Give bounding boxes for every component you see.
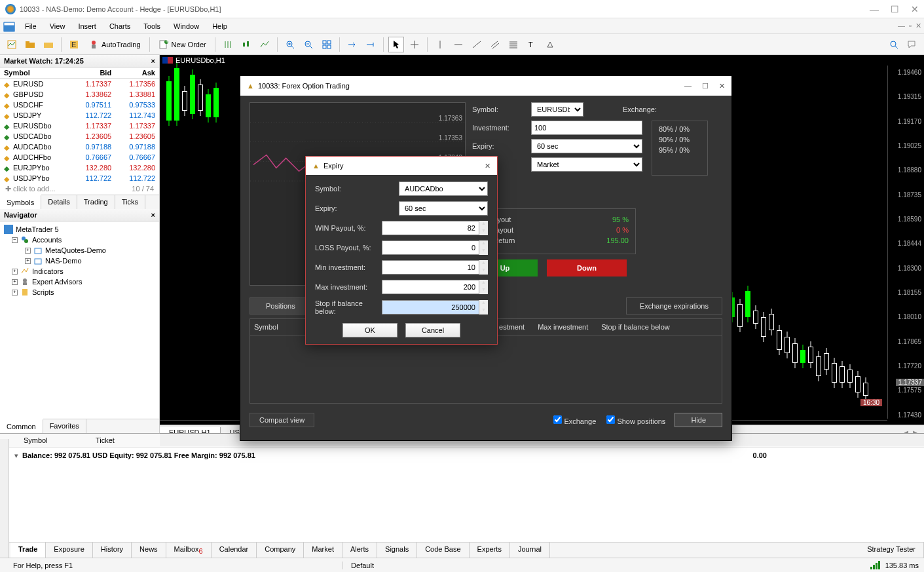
compact-view-button[interactable]: Compact view xyxy=(249,413,314,427)
hline-icon[interactable] xyxy=(451,37,466,52)
spin-down-icon[interactable]: ▼ xyxy=(479,248,488,255)
exp-win-input[interactable] xyxy=(382,221,488,235)
tb-tab-news[interactable]: News xyxy=(132,543,166,558)
fot-exch-row[interactable]: 80% / 0% xyxy=(659,125,701,133)
spin-down-icon[interactable]: ▼ xyxy=(479,228,488,235)
mw-row[interactable]: ◆USDCHF 0.97511 0.97533 xyxy=(0,100,159,110)
open-icon[interactable] xyxy=(41,37,56,52)
spin-up-icon[interactable]: ▲ xyxy=(479,260,488,267)
nav-acc-nas[interactable]: +NAS-Demo xyxy=(3,256,157,266)
spin-down-icon[interactable]: ▼ xyxy=(479,267,488,275)
market-watch-close-icon[interactable]: × xyxy=(151,57,155,65)
shift-icon[interactable] xyxy=(344,37,360,52)
search-icon[interactable] xyxy=(886,37,902,52)
tab-ticks[interactable]: Ticks xyxy=(115,195,145,209)
tb-strategy-tester[interactable]: Strategy Tester xyxy=(859,543,924,558)
trendline-icon[interactable] xyxy=(469,37,485,52)
nav-experts[interactable]: +Expert Advisors xyxy=(3,276,157,287)
tb-tab-alerts[interactable]: Alerts xyxy=(342,543,377,558)
tab-trading[interactable]: Trading xyxy=(77,195,115,209)
close-button[interactable]: ✕ xyxy=(911,4,919,14)
mw-row[interactable]: ◆GBPUSD 1.33862 1.33881 xyxy=(0,89,159,100)
exp-expiry-select[interactable]: 60 sec xyxy=(399,201,488,216)
fot-titlebar[interactable]: ▲ 10033: Forex Option Trading — ☐ ✕ xyxy=(240,76,731,96)
tb-tab-mailbox[interactable]: Mailbox6 xyxy=(166,543,212,558)
mw-row[interactable]: ◆USDCADbo 1.23605 1.23605 xyxy=(0,131,159,142)
candle-chart-icon[interactable] xyxy=(238,37,254,52)
spin-up-icon[interactable]: ▲ xyxy=(479,221,488,228)
spin-down-icon[interactable]: ▼ xyxy=(479,307,488,315)
ok-button[interactable]: OK xyxy=(342,323,397,337)
menu-help[interactable]: Help xyxy=(206,20,234,33)
exp-stop-input[interactable] xyxy=(382,300,488,315)
exp-loss-input[interactable] xyxy=(382,240,488,255)
expiry-close-icon[interactable]: ✕ xyxy=(485,162,490,170)
menu-file[interactable]: File xyxy=(18,20,43,33)
tb-tab-experts[interactable]: Experts xyxy=(470,543,510,558)
tb-tab-codebase[interactable]: Code Base xyxy=(417,543,469,558)
cursor-icon[interactable] xyxy=(388,37,404,52)
autotrading-button[interactable]: AutoTrading xyxy=(84,39,145,50)
tab-symbols[interactable]: Symbols xyxy=(0,195,41,209)
tb-tab-journal[interactable]: Journal xyxy=(510,543,550,558)
tile-icon[interactable] xyxy=(319,37,335,52)
spin-up-icon[interactable]: ▲ xyxy=(479,280,488,287)
tb-tab-history[interactable]: History xyxy=(93,543,132,558)
nav-scripts[interactable]: +Scripts xyxy=(3,287,157,297)
mw-col-ask[interactable]: Ask xyxy=(115,67,159,79)
nav-accounts[interactable]: −Accounts xyxy=(3,235,157,245)
fibo-icon[interactable] xyxy=(506,37,521,52)
down-button[interactable]: Down xyxy=(547,259,627,276)
nav-root[interactable]: MetaTrader 5 xyxy=(3,224,157,235)
grid-col[interactable]: Stop if balance below xyxy=(601,323,670,331)
mw-row[interactable]: ◆AUDCADbo 0.97188 0.97188 xyxy=(0,142,159,152)
mw-col-bid[interactable]: Bid xyxy=(71,67,115,79)
expiry-titlebar[interactable]: ▲ Expiry ✕ xyxy=(306,157,497,175)
tbx-col[interactable]: Ticket xyxy=(90,434,156,447)
chat-icon[interactable] xyxy=(904,37,920,52)
objects-icon[interactable] xyxy=(542,37,558,52)
hide-button[interactable]: Hide xyxy=(675,413,722,427)
fot-maximize-icon[interactable]: ☐ xyxy=(702,82,709,90)
fot-investment-input[interactable] xyxy=(531,121,642,135)
mw-row[interactable]: ◆EURUSD 1.17337 1.17356 xyxy=(0,79,159,90)
nav-acc-mq[interactable]: +MetaQuotes-Demo xyxy=(3,245,157,256)
navigator-close-icon[interactable]: × xyxy=(151,211,155,219)
exp-min-input[interactable] xyxy=(382,260,488,275)
fot-symbol-select[interactable]: EURUSDbo xyxy=(531,102,583,117)
mw-add[interactable]: click to add... xyxy=(13,185,55,193)
mw-row[interactable]: ◆EURJPYbo 132.280 132.280 xyxy=(0,162,159,173)
tb-tab-market[interactable]: Market xyxy=(304,543,342,558)
show-positions-checkbox[interactable]: Show positions xyxy=(606,415,665,425)
mdi-minimize-icon[interactable]: — xyxy=(898,22,905,30)
exp-symbol-select[interactable]: AUDCADbo xyxy=(399,181,488,196)
crosshair-icon[interactable] xyxy=(407,37,422,52)
fot-ordertype-select[interactable]: Market xyxy=(531,157,642,172)
tb-tab-calendar[interactable]: Calendar xyxy=(212,543,257,558)
autoscroll-icon[interactable] xyxy=(363,37,379,52)
fot-exch-row[interactable]: 90% / 0% xyxy=(659,136,701,143)
exchange-expirations-button[interactable]: Exchange expirations xyxy=(626,297,722,315)
line-chart-icon[interactable] xyxy=(257,37,272,52)
tab-common[interactable]: Common xyxy=(0,419,43,433)
grid-col[interactable]: Max investment xyxy=(538,323,588,331)
zoom-in-icon[interactable] xyxy=(282,37,298,52)
spin-down-icon[interactable]: ▼ xyxy=(479,287,488,294)
spin-up-icon[interactable]: ▲ xyxy=(479,300,488,307)
status-profile[interactable]: Default xyxy=(342,562,382,569)
fot-exch-row[interactable]: 95% / 0% xyxy=(659,146,701,154)
mw-row[interactable]: ◆EURUSDbo 1.17337 1.17337 xyxy=(0,121,159,131)
exchange-checkbox[interactable]: Exchange xyxy=(553,415,596,425)
fot-tab-positions[interactable]: Positions xyxy=(250,298,312,314)
bar-chart-icon[interactable] xyxy=(220,37,236,52)
nav-indicators[interactable]: +Indicators xyxy=(3,266,157,276)
channel-icon[interactable] xyxy=(487,37,503,52)
menu-charts[interactable]: Charts xyxy=(103,20,137,33)
tab-details[interactable]: Details xyxy=(41,195,77,209)
mw-col-symbol[interactable]: Symbol xyxy=(0,67,71,79)
mw-row[interactable]: ◆USDJPYbo 112.722 112.722 xyxy=(0,173,159,183)
menu-view[interactable]: View xyxy=(43,20,72,33)
grid-col[interactable]: estment xyxy=(499,323,525,331)
mdi-close-icon[interactable]: ✕ xyxy=(915,22,921,30)
spin-up-icon[interactable]: ▲ xyxy=(479,240,488,248)
